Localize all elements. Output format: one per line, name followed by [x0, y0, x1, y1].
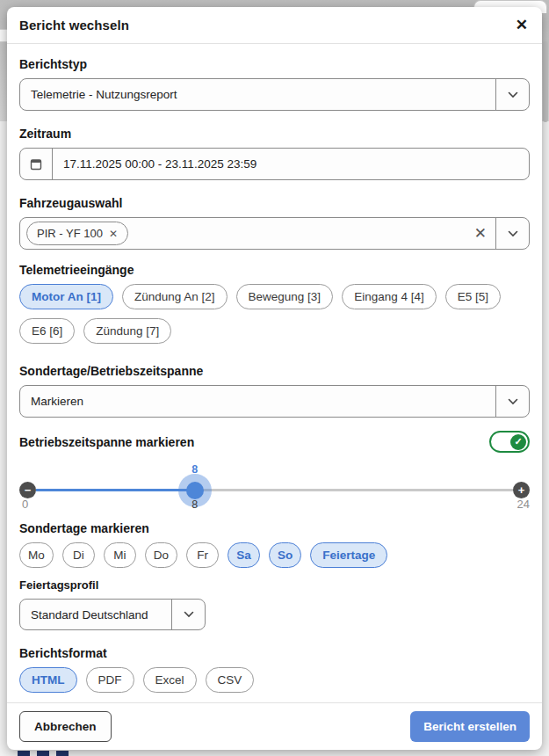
slider-track-fill	[36, 489, 195, 491]
day-option-mo[interactable]: Mo	[19, 542, 54, 568]
day-option-feiertage[interactable]: Feiertage	[310, 542, 387, 568]
create-report-button[interactable]: Bericht erstellen	[410, 711, 530, 742]
holiday-profile-select[interactable]: Standard Deutschland	[19, 599, 206, 630]
vehicle-multiselect[interactable]: PIR - YF 100 ✕ ✕	[19, 217, 530, 250]
operating-span-label: Betriebszeitspanne markieren	[19, 435, 194, 449]
format-option-html[interactable]: HTML	[19, 667, 77, 693]
special-mode-select[interactable]: Markieren	[19, 385, 530, 418]
operating-span-toggle[interactable]: ✓	[489, 431, 530, 453]
telemetry-option-motor-an[interactable]: Motor An [1]	[19, 284, 113, 309]
calendar-icon[interactable]	[20, 149, 53, 179]
chevron-down-icon[interactable]	[495, 79, 529, 110]
format-option-excel[interactable]: Excel	[143, 667, 197, 693]
telemetry-option-bewegung[interactable]: Bewegung [3]	[236, 284, 334, 309]
special-mode-value: Markieren	[20, 386, 495, 417]
background-clipped-text	[18, 751, 70, 756]
day-option-mi[interactable]: Mi	[104, 542, 136, 568]
background-scrollbar-thumb	[543, 41, 548, 122]
telemetry-option-e5[interactable]: E5 [5]	[445, 284, 501, 309]
report-dialog: Bericht wechseln ✕ Berichtstyp Telemetri…	[7, 7, 542, 750]
chevron-down-icon[interactable]	[171, 600, 205, 629]
vehicle-chip-area: PIR - YF 100 ✕	[20, 218, 466, 249]
time-range-input[interactable]: 17.11.2025 00:00 - 23.11.2025 23:59	[19, 148, 530, 180]
dialog-header: Bericht wechseln ✕	[7, 7, 542, 44]
operating-span-row: Betriebszeitspanne markieren ✓	[19, 431, 530, 453]
vehicle-chip-label: PIR - YF 100	[37, 227, 103, 240]
background-left-fragment	[0, 29, 7, 42]
dialog-footer: Abbrechen Bericht erstellen	[7, 702, 542, 750]
chip-remove-icon[interactable]: ✕	[109, 228, 118, 240]
telemetry-option-zuendung[interactable]: Zündung [7]	[83, 318, 171, 344]
day-option-fr[interactable]: Fr	[186, 542, 219, 568]
format-option-csv[interactable]: CSV	[206, 667, 255, 693]
special-mode-label: Sondertage/Betriebszeitspanne	[19, 364, 530, 378]
chevron-down-icon[interactable]	[495, 386, 529, 417]
telemetry-option-eingang-4[interactable]: Eingang 4 [4]	[342, 284, 437, 309]
time-range-label: Zeitraum	[19, 127, 530, 141]
time-range-value: 17.11.2025 00:00 - 23.11.2025 23:59	[53, 149, 529, 179]
vehicle-chip[interactable]: PIR - YF 100 ✕	[26, 222, 128, 245]
report-type-value: Telemetrie - Nutzungsreport	[20, 79, 495, 110]
vehicle-selection-label: Fahrzeugauswahl	[19, 196, 530, 210]
cancel-button[interactable]: Abbrechen	[19, 711, 112, 742]
report-format-label: Berichtsformat	[19, 646, 530, 660]
clear-selection-icon[interactable]: ✕	[466, 218, 495, 249]
holiday-profile-label: Feiertagsprofil	[19, 578, 530, 592]
report-format-group: HTML PDF Excel CSV	[19, 667, 530, 693]
telemetry-option-zuendung-an[interactable]: Zündung An [2]	[122, 284, 228, 309]
special-days-group: Mo Di Mi Do Fr Sa So Feiertage	[19, 542, 530, 568]
telemetry-option-e6[interactable]: E6 [6]	[19, 318, 75, 344]
slider-decrement-icon[interactable]: −	[19, 482, 36, 498]
slider-min-label: 0	[22, 498, 28, 511]
slider-value-bottom: 8	[191, 498, 198, 511]
slider-max-label: 24	[517, 498, 530, 511]
day-option-so[interactable]: So	[269, 542, 301, 568]
slider-increment-icon[interactable]: +	[513, 482, 530, 498]
report-type-select[interactable]: Telemetrie - Nutzungsreport	[19, 78, 530, 111]
slider-track[interactable]	[36, 489, 513, 491]
dialog-body: Berichtstyp Telemetrie - Nutzungsreport …	[7, 44, 542, 702]
toggle-check-icon: ✓	[510, 434, 526, 450]
special-days-label: Sondertage markieren	[19, 521, 530, 535]
chevron-down-icon[interactable]	[495, 218, 529, 249]
format-option-pdf[interactable]: PDF	[86, 667, 134, 693]
holiday-profile-value: Standard Deutschland	[20, 600, 171, 629]
report-type-label: Berichtstyp	[19, 57, 530, 71]
dialog-title: Bericht wechseln	[19, 18, 129, 33]
day-option-di[interactable]: Di	[62, 542, 95, 568]
day-option-do[interactable]: Do	[145, 542, 177, 568]
close-icon[interactable]: ✕	[516, 18, 528, 33]
telemetry-inputs-group: Motor An [1] Zündung An [2] Bewegung [3]…	[19, 284, 530, 344]
operating-span-slider: 8 − + 8 0 24	[19, 463, 530, 511]
telemetry-inputs-label: Telemetrieeingänge	[19, 263, 530, 277]
day-option-sa[interactable]: Sa	[228, 542, 260, 568]
